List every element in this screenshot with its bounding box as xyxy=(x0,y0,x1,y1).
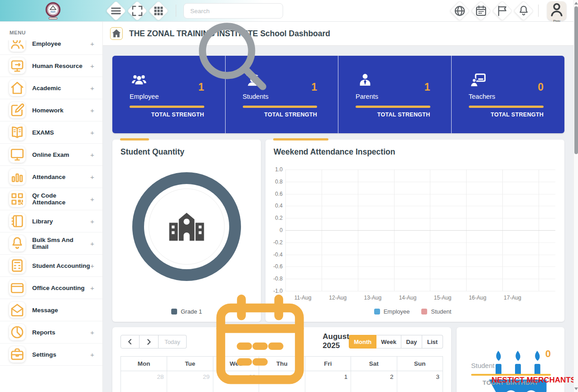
bell-icon xyxy=(517,4,530,18)
sidebar-menu-item[interactable]: Homework + xyxy=(0,99,102,121)
sidebar-item-label: Academic xyxy=(32,85,90,92)
toolbar-diamond-button[interactable] xyxy=(513,0,534,21)
legend-swatch xyxy=(374,309,380,315)
stat-accent-bar xyxy=(243,106,318,108)
calculator-icon xyxy=(9,257,25,274)
wallet-icon xyxy=(9,280,25,296)
stat-label: Parents xyxy=(356,93,430,100)
y-axis-tick: 0 xyxy=(279,227,283,233)
stat-card: 1 Parents TOTAL STRENGTH xyxy=(338,56,452,133)
sidebar-item-label: Bulk Sms And Email xyxy=(32,237,90,250)
user-avatar[interactable]: Photo xyxy=(547,1,566,20)
sidebar-menu-item[interactable]: Settings + xyxy=(0,344,102,366)
expand-plus-icon[interactable]: + xyxy=(90,173,94,181)
search-icon[interactable] xyxy=(183,7,279,102)
next-button[interactable] xyxy=(140,335,159,348)
scrollbar-thumb[interactable] xyxy=(574,6,578,154)
sidebar-menu-item[interactable]: Qr Code Attendance + xyxy=(0,188,102,210)
calendar-date-cell[interactable]: 3 xyxy=(397,371,443,392)
expand-plus-icon[interactable]: + xyxy=(90,40,94,48)
chevron-left-icon xyxy=(125,337,135,346)
prev-button[interactable] xyxy=(120,335,140,348)
home-icon xyxy=(111,28,122,39)
sidebar-menu-item[interactable]: EXAMS + xyxy=(0,121,102,144)
expand-plus-icon[interactable]: + xyxy=(90,62,94,70)
users-group-icon xyxy=(130,72,149,89)
scroll-down-arrow[interactable] xyxy=(574,387,578,390)
expand-plus-icon[interactable]: + xyxy=(90,351,94,358)
toolbar-right-buttons xyxy=(453,4,531,18)
charts-row: Student Quantity Grade 1 Weekend Attenda… xyxy=(112,140,564,322)
toolbar-diamond-button[interactable] xyxy=(492,0,512,21)
calendar-view-button[interactable]: List xyxy=(422,335,443,348)
legend-label: Employee xyxy=(384,308,410,315)
sidebar-menu-item[interactable]: Attendance + xyxy=(0,166,102,188)
expand-plus-icon[interactable]: + xyxy=(90,84,94,92)
birthday-count: 0 xyxy=(545,348,551,360)
toolbar-diamond-button[interactable] xyxy=(449,0,470,21)
sidebar-menu-item[interactable]: Online Exam + xyxy=(0,144,102,166)
legend-item: Grade 1 xyxy=(171,308,202,315)
legend-label: Grade 1 xyxy=(181,308,202,315)
sidebar-menu-item[interactable]: Bulk Sms And Email + xyxy=(0,232,102,255)
page-scrollbar[interactable] xyxy=(573,0,578,392)
sidebar-menu-item[interactable]: Library + xyxy=(0,210,102,232)
calendar-icon xyxy=(201,282,319,392)
y-axis-tick: -0.6 xyxy=(273,263,283,270)
calendar-view-button[interactable]: Day xyxy=(401,335,422,348)
expand-plus-icon[interactable]: + xyxy=(90,195,94,203)
sidebar-menu: Employee + Human Resource + Academic + H… xyxy=(0,40,102,366)
date-number: 3 xyxy=(436,373,439,380)
toolbar-diamond-button[interactable] xyxy=(471,0,491,21)
toolbar-diamond-button[interactable] xyxy=(106,0,126,21)
school-icon xyxy=(165,205,208,248)
avatar-label: Photo xyxy=(553,19,560,22)
fullscreen-icon xyxy=(130,4,144,18)
home-button[interactable] xyxy=(110,27,123,40)
sidebar-item-label: Message xyxy=(32,307,94,314)
sidebar-menu-item[interactable]: Student Accounting + xyxy=(0,255,102,277)
calendar-view-group: MonthWeekDayList xyxy=(349,335,443,348)
vendor-watermark: NESTICT MERCHANTS xyxy=(491,376,576,385)
stat-caption: TOTAL STRENGTH xyxy=(130,111,204,118)
stats-row: 1 Employee TOTAL STRENGTH 1 Students TOT… xyxy=(112,56,564,133)
sidebar-item-label: Reports xyxy=(32,329,90,336)
stat-accent-bar xyxy=(130,106,204,108)
expand-plus-icon[interactable]: + xyxy=(90,218,94,225)
y-axis-tick: 0.4 xyxy=(275,203,283,209)
toolbar-diamond-button[interactable] xyxy=(127,0,147,21)
date-number: 1 xyxy=(344,373,348,380)
sidebar-menu-item[interactable]: Message xyxy=(0,299,102,321)
today-button[interactable]: Today xyxy=(159,335,187,348)
expand-plus-icon[interactable]: + xyxy=(90,240,94,247)
dashboard-content: 1 Employee TOTAL STRENGTH 1 Students TOT… xyxy=(103,46,573,392)
sidebar-menu-item[interactable]: Human Resource + xyxy=(0,55,102,77)
attendance-plot xyxy=(285,169,555,291)
expand-plus-icon[interactable]: + xyxy=(90,284,94,292)
x-axis-label: 14-Aug xyxy=(390,295,425,301)
top-navbar: Photo xyxy=(0,0,573,22)
main-area: THE ZONAL TRAINING INSTITUTE School Dash… xyxy=(103,22,573,392)
expand-plus-icon[interactable]: + xyxy=(90,151,94,159)
expand-plus-icon[interactable]: + xyxy=(90,329,94,336)
calendar-date-cell[interactable]: 2 xyxy=(351,371,396,392)
briefcase-icon xyxy=(9,346,25,363)
calendar-view-button[interactable]: Week xyxy=(376,335,401,348)
expand-plus-icon[interactable]: + xyxy=(90,129,94,136)
expand-plus-icon[interactable]: + xyxy=(90,262,94,270)
y-axis-tick: 1.0 xyxy=(275,166,283,173)
sidebar-menu-item[interactable]: Reports + xyxy=(0,321,102,344)
page-title-bar: THE ZONAL TRAINING INSTITUTE School Dash… xyxy=(103,22,573,46)
scroll-up-arrow[interactable] xyxy=(574,2,578,5)
calendar-date-cell[interactable]: 28 xyxy=(121,371,167,392)
stat-value: 1 xyxy=(424,81,430,93)
sidebar-menu-item[interactable]: Office Accounting + xyxy=(0,277,102,299)
school-logo[interactable] xyxy=(43,1,63,21)
sidebar-menu-item[interactable]: Employee + xyxy=(0,40,102,55)
sidebar-menu-item[interactable]: Academic + xyxy=(0,77,102,99)
y-axis-tick: 0.2 xyxy=(275,215,283,221)
toolbar-diamond-button[interactable] xyxy=(148,0,169,21)
expand-plus-icon[interactable]: + xyxy=(90,106,94,114)
grid-icon xyxy=(152,4,165,18)
sidebar: MENU Employee + Human Resource + Academi… xyxy=(0,22,103,392)
